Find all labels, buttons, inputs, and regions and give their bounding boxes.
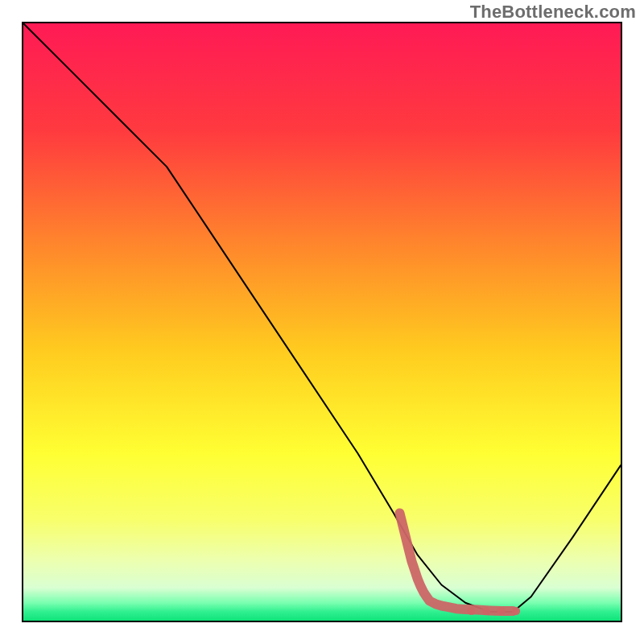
watermark-text: TheBottleneck.com: [470, 2, 636, 23]
svg-point-0: [468, 607, 476, 615]
chart-frame: TheBottleneck.com: [0, 0, 644, 644]
svg-point-1: [482, 607, 490, 615]
chart-svg: [23, 23, 621, 621]
plot-area: [22, 22, 622, 622]
svg-point-3: [512, 607, 520, 615]
svg-point-2: [497, 607, 506, 615]
